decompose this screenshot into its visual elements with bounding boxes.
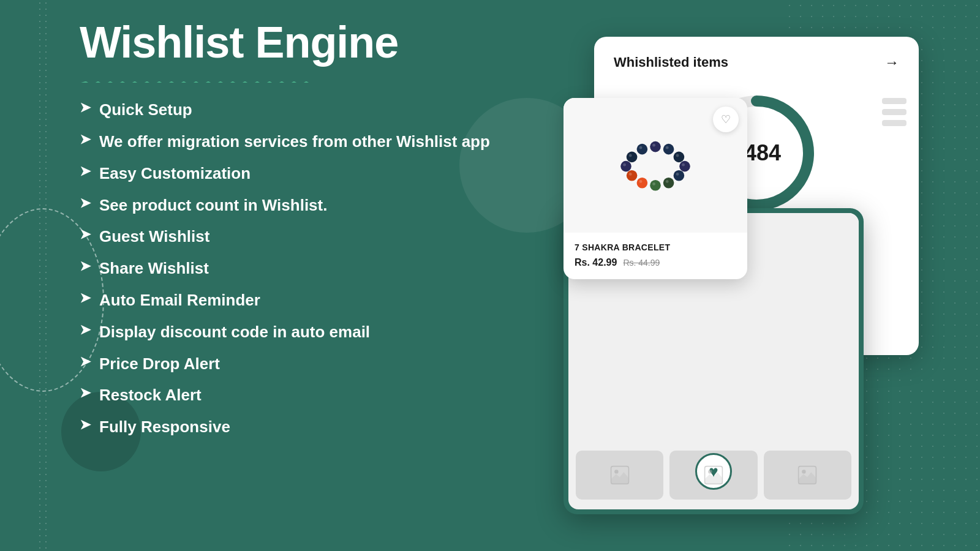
svg-point-5 [708,470,712,473]
page-title: Wishlist Engine [80,18,496,67]
product-wishlist-heart-button[interactable]: ♡ [713,107,739,132]
svg-point-12 [679,161,690,172]
feature-item-3: ➤ Easy Customization [80,163,496,184]
svg-point-14 [663,178,674,189]
feature-arrow-1: ➤ [80,101,91,114]
feature-arrow-8: ➤ [80,323,91,337]
bg-dots-left [37,0,49,551]
product-image-area: ♡ [564,98,747,233]
svg-point-10 [663,144,674,155]
svg-point-3 [614,470,618,473]
arrow-right-icon[interactable]: → [884,54,899,71]
card-line-2 [882,109,907,115]
svg-point-15 [650,180,661,191]
feature-arrow-4: ➤ [80,197,91,210]
feature-text-1: Quick Setup [99,100,192,121]
feature-item-8: ➤ Display discount code in auto email [80,322,496,343]
feature-text-6: Share Wishlist [99,258,209,279]
feature-text-11: Fully Responsive [99,417,230,438]
thumbnail-1 [576,451,663,500]
product-name: 7 SHAKRA BRACELET [575,242,736,252]
card-line-1 [882,98,907,104]
product-card: ♡ 7 SHAKRA BRACELET Rs. 42.99 Rs. 44.99 [564,98,747,279]
wishlisted-card-title: Whishlisted items [614,54,728,70]
svg-point-29 [639,180,643,183]
feature-item-2: ➤ We offer migration services from other… [80,132,496,152]
thumbnail-row [568,441,859,509]
feature-arrow-2: ➤ [80,133,91,146]
svg-point-32 [629,154,632,157]
feature-arrow-3: ➤ [80,165,91,178]
svg-point-33 [639,146,643,149]
features-list: ➤ Quick Setup ➤ We offer migration servi… [80,100,496,438]
feature-arrow-9: ➤ [80,355,91,369]
heart-outline-icon: ♡ [721,113,731,126]
svg-point-9 [650,141,661,152]
feature-text-8: Display discount code in auto email [99,322,370,343]
product-prices: Rs. 42.99 Rs. 44.99 [575,257,736,268]
price-original: Rs. 44.99 [623,258,660,268]
feature-text-2: We offer migration services from other W… [99,132,490,152]
feature-item-6: ➤ Share Wishlist [80,258,496,279]
feature-arrow-7: ➤ [80,291,91,305]
thumbnail-3 [764,451,851,500]
feature-arrow-6: ➤ [80,260,91,273]
svg-point-24 [676,154,679,157]
svg-point-11 [674,152,685,163]
feature-arrow-11: ➤ [80,418,91,432]
svg-point-16 [637,178,648,189]
left-content-area: Wishlist Engine ➤ Quick Setup ➤ We offer… [80,18,496,438]
svg-point-27 [666,180,669,183]
feature-text-7: Auto Email Reminder [99,290,260,311]
feature-arrow-10: ➤ [80,386,91,400]
feature-text-5: Guest Wishlist [99,227,209,247]
feature-item-4: ➤ See product count in Wishlist. [80,195,496,216]
svg-point-18 [620,161,631,172]
svg-point-30 [629,173,632,176]
title-divider [80,78,318,83]
feature-text-4: See product count in Wishlist. [99,195,327,216]
svg-point-26 [676,173,679,176]
feature-item-9: ➤ Price Drop Alert [80,354,496,375]
svg-point-28 [652,182,655,186]
svg-point-22 [652,144,655,147]
svg-point-20 [637,144,648,155]
feature-text-10: Restock Alert [99,385,202,406]
svg-point-25 [682,163,685,167]
right-content-area: Whishlisted items → 7484 7484 / 10000 [564,37,919,514]
feature-item-11: ➤ Fully Responsive [80,417,496,438]
svg-point-23 [666,146,669,149]
feature-arrow-5: ➤ [80,228,91,241]
svg-point-19 [627,152,638,163]
feature-item-1: ➤ Quick Setup [80,100,496,121]
feature-item-7: ➤ Auto Email Reminder [80,290,496,311]
svg-point-7 [802,470,806,473]
product-info: 7 SHAKRA BRACELET Rs. 42.99 Rs. 44.99 [564,233,747,279]
card-line-3 [882,120,907,126]
feature-text-9: Price Drop Alert [99,354,220,375]
svg-point-13 [674,170,685,181]
svg-point-31 [623,163,626,167]
svg-point-17 [627,170,638,181]
feature-item-5: ➤ Guest Wishlist [80,227,496,247]
feature-item-10: ➤ Restock Alert [80,385,496,406]
feature-text-3: Easy Customization [99,163,251,184]
bracelet-image [606,135,704,196]
card-lines-decoration [882,98,907,126]
wishlisted-card-header: Whishlisted items → [614,54,899,71]
price-current: Rs. 42.99 [575,257,617,268]
